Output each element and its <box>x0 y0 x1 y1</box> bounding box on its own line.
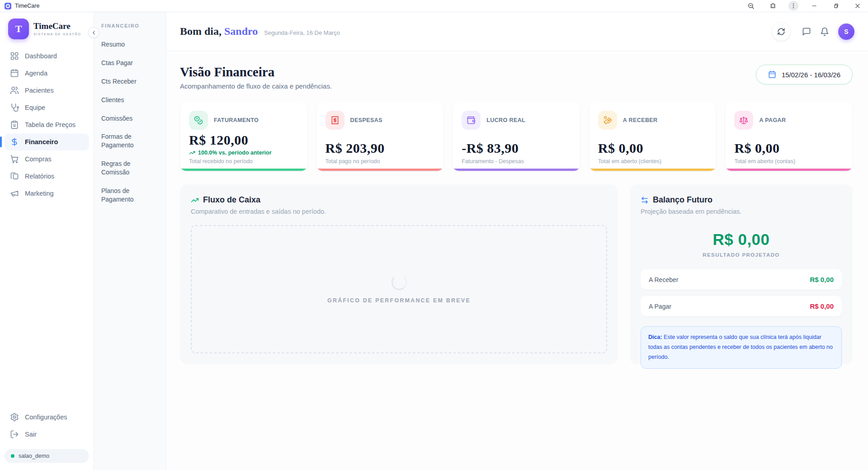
row-value: R$ 0,00 <box>810 276 834 283</box>
sidebar-item-compras[interactable]: Compras <box>5 150 89 168</box>
app-logo: T TimeCare SISTEMA DE GESTÃO <box>5 19 89 47</box>
card-accent-bar <box>725 169 853 171</box>
calendar-icon <box>10 69 19 78</box>
primary-nav: Dashboard Agenda Pacientes Equipe Tabela… <box>5 47 89 202</box>
card-accent-bar <box>589 169 717 171</box>
card-accent-bar <box>316 169 444 171</box>
date-range-value: 15/02/26 - 16/03/26 <box>782 71 840 79</box>
submenu-item-planos-pagamento[interactable]: Planos de Pagamento <box>101 187 159 204</box>
projected-result-value: R$ 0,00 <box>641 230 842 249</box>
extensions-puzzle-icon[interactable] <box>767 1 778 11</box>
reports-icon <box>10 172 19 181</box>
sidebar-item-label: Dashboard <box>25 52 57 60</box>
card-label: DESPESAS <box>350 117 382 123</box>
sidebar-collapse-button[interactable] <box>88 27 99 38</box>
refresh-button[interactable] <box>772 23 790 41</box>
card-trend: 100.0% vs. período anterior <box>189 150 298 156</box>
notifications-bell-icon[interactable] <box>820 27 829 36</box>
date-range-picker[interactable]: 15/02/26 - 16/03/26 <box>756 65 853 85</box>
card-description: Total em aberto (contas) <box>734 158 844 164</box>
trending-up-icon <box>191 196 199 204</box>
sidebar-item-financeiro[interactable]: Financeiro <box>5 133 89 150</box>
sidebar-item-dashboard[interactable]: Dashboard <box>5 47 89 65</box>
card-description: Faturamento - Despesas <box>462 158 571 164</box>
receipt-icon <box>326 111 344 130</box>
gear-icon <box>10 413 19 422</box>
tip-box: Dica: Este valor representa o saldo que … <box>641 326 842 369</box>
card-label: A PAGAR <box>759 117 786 123</box>
sidebar-item-agenda[interactable]: Agenda <box>5 65 89 82</box>
submenu-item-comissoes[interactable]: Comissões <box>101 114 159 123</box>
card-value: R$ 0,00 <box>598 141 708 156</box>
header-date: Segunda-Feira, 16 De Março <box>264 27 340 36</box>
card-label: LUCRO REAL <box>486 117 525 123</box>
card-accent-bar <box>453 169 580 171</box>
sidebar-item-label: Marketing <box>25 190 54 197</box>
swap-arrows-icon <box>641 196 649 204</box>
sidebar-item-pacientes[interactable]: Pacientes <box>5 82 89 99</box>
balance-subtitle: Projeção baseada em pendências. <box>641 208 842 215</box>
financeiro-submenu: FINANCEIRO Resumo Ctas Pagar Cts Receber… <box>94 12 166 470</box>
greeting-username: Sandro <box>224 25 258 37</box>
sidebar-item-label: Configurações <box>25 414 67 421</box>
card-value: R$ 120,00 <box>189 132 298 148</box>
balance-row-a-pagar[interactable]: A Pagar R$ 0,00 <box>641 296 842 316</box>
sidebar-item-equipe[interactable]: Equipe <box>5 99 89 116</box>
restore-button[interactable] <box>830 1 842 11</box>
stethoscope-icon <box>10 103 19 112</box>
close-button[interactable] <box>852 1 863 11</box>
greeting-text: Bom dia, <box>180 25 222 37</box>
minimize-button[interactable] <box>808 1 820 11</box>
calendar-icon <box>768 70 776 79</box>
balance-row-a-receber[interactable]: A Receber R$ 0,00 <box>641 269 842 290</box>
main-header: Bom dia, Sandro Segunda-Feira, 16 De Mar… <box>166 12 868 51</box>
logout-icon <box>10 430 19 439</box>
card-accent-bar <box>180 169 307 171</box>
card-description: Total em aberto (clientes) <box>598 158 708 164</box>
balance-title: Balanço Futuro <box>653 195 712 205</box>
chart-placeholder: GRÁFICO DE PERFORMANCE EM BREVE <box>191 225 607 353</box>
sidebar-item-label: Sair <box>25 431 37 438</box>
users-icon <box>10 86 19 95</box>
submenu-item-formas-pagamento[interactable]: Formas de Pagamento <box>101 132 159 150</box>
card-label: FATURAMENTO <box>214 117 259 123</box>
cashflow-subtitle: Comparativo de entradas e saídas no perí… <box>191 208 607 215</box>
user-avatar[interactable]: S <box>838 24 854 40</box>
row-label: A Receber <box>649 276 678 283</box>
submenu-item-regras-comissao[interactable]: Regras de Comissão <box>101 160 159 177</box>
zoom-out-icon[interactable] <box>745 1 757 11</box>
sidebar-item-tabela-precos[interactable]: Tabela de Preços <box>5 116 89 133</box>
hand-coins-icon <box>598 111 617 130</box>
card-value: R$ 0,00 <box>734 141 844 156</box>
cart-icon <box>10 155 19 164</box>
submenu-item-resumo[interactable]: Resumo <box>101 40 159 49</box>
card-value: -R$ 83,90 <box>462 141 571 156</box>
workspace-badge[interactable]: salao_demo <box>5 449 89 463</box>
sidebar-item-relatorios[interactable]: Relatórios <box>5 168 89 185</box>
card-a-pagar[interactable]: A PAGAR R$ 0,00 Total em aberto (contas) <box>725 103 853 171</box>
browser-menu-icon[interactable] <box>788 1 798 11</box>
metric-cards: FATURAMENTO R$ 120,00 100.0% vs. período… <box>180 103 853 171</box>
sidebar-item-configuracoes[interactable]: Configurações <box>5 409 89 426</box>
page-title: Visão Financeira <box>180 65 332 80</box>
coins-icon <box>189 111 208 130</box>
card-a-receber[interactable]: A RECEBER R$ 0,00 Total em aberto (clien… <box>589 103 717 171</box>
primary-sidebar: T TimeCare SISTEMA DE GESTÃO Dashboard A… <box>0 12 94 470</box>
card-faturamento[interactable]: FATURAMENTO R$ 120,00 100.0% vs. período… <box>180 103 307 171</box>
placeholder-text: GRÁFICO DE PERFORMANCE EM BREVE <box>327 297 471 304</box>
submenu-item-cts-receber[interactable]: Cts Receber <box>101 77 159 86</box>
sidebar-item-marketing[interactable]: Marketing <box>5 185 89 202</box>
submenu-item-ctas-pagar[interactable]: Ctas Pagar <box>101 59 159 67</box>
card-lucro-real[interactable]: LUCRO REAL -R$ 83,90 Faturamento - Despe… <box>453 103 580 171</box>
tip-label: Dica: <box>648 334 662 340</box>
submenu-item-clientes[interactable]: Clientes <box>101 96 159 104</box>
projected-result-label: RESULTADO PROJETADO <box>641 252 842 258</box>
card-description: Total pago no período <box>326 158 435 164</box>
card-despesas[interactable]: DESPESAS R$ 203,90 Total pago no período <box>316 103 444 171</box>
messages-icon[interactable] <box>802 27 811 36</box>
online-status-dot <box>11 454 14 458</box>
window-title: TimeCare <box>15 3 39 9</box>
logo-subtitle: SISTEMA DE GESTÃO <box>33 32 81 36</box>
sidebar-item-sair[interactable]: Sair <box>5 426 89 443</box>
dollar-icon <box>10 137 19 146</box>
